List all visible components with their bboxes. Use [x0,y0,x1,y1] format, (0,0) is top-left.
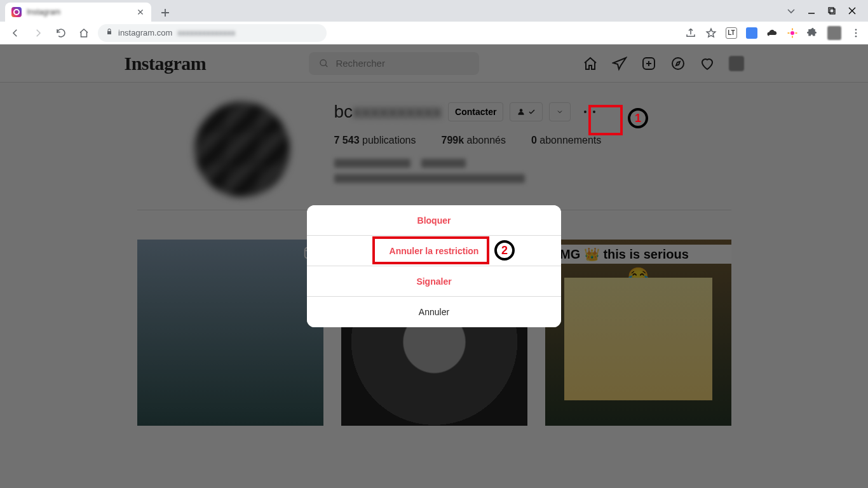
window-maximize-icon[interactable] [827,6,836,15]
chrome-menu-icon[interactable] [850,27,862,39]
svg-rect-0 [829,8,834,13]
window-close-icon[interactable] [848,6,857,15]
nav-reload-icon[interactable] [52,24,70,42]
bookmark-star-icon[interactable] [705,27,717,39]
extension-lt-icon[interactable]: LT [726,27,737,39]
options-modal: Bloquer Annuler la restriction Signaler … [307,205,561,327]
profile-chip[interactable] [827,26,841,40]
svg-point-5 [855,35,857,37]
window-controls [787,0,863,22]
extension-google-icon[interactable] [746,27,757,39]
modal-unrestrict-button[interactable]: Annuler la restriction [307,236,561,266]
window-chevron-icon[interactable] [787,6,796,15]
svg-point-3 [855,29,857,30]
url-path-blurred: xxxxxxxxxxxxxx [177,28,319,37]
browser-tab-strip: Instagram [0,0,868,22]
nav-forward-icon[interactable] [29,24,47,42]
lock-icon [105,28,113,37]
instagram-favicon [11,7,22,17]
tab-close-icon[interactable] [136,8,145,17]
svg-point-4 [855,32,857,34]
window-minimize-icon[interactable] [807,6,816,15]
address-bar[interactable]: instagram.com xxxxxxxxxxxxxx [98,24,327,42]
share-icon[interactable] [685,27,696,39]
modal-cancel-button[interactable]: Annuler [307,297,561,327]
browser-tab[interactable]: Instagram [5,3,151,22]
modal-block-button[interactable]: Bloquer [307,205,561,236]
browser-toolbar: instagram.com xxxxxxxxxxxxxx LT [0,22,868,44]
extension-cloud-icon[interactable] [766,27,778,39]
tab-title: Instagram [27,8,131,17]
nav-home-icon[interactable] [75,24,93,42]
extension-puzzle2-icon[interactable] [787,27,798,39]
toolbar-right-icons: LT [685,26,862,40]
svg-rect-1 [830,9,835,14]
nav-back-icon[interactable] [6,24,24,42]
svg-point-2 [790,31,794,35]
url-host: instagram.com [118,28,172,37]
extensions-puzzle-icon[interactable] [807,27,818,39]
modal-report-button[interactable]: Signaler [307,266,561,297]
new-tab-button[interactable] [156,4,174,22]
